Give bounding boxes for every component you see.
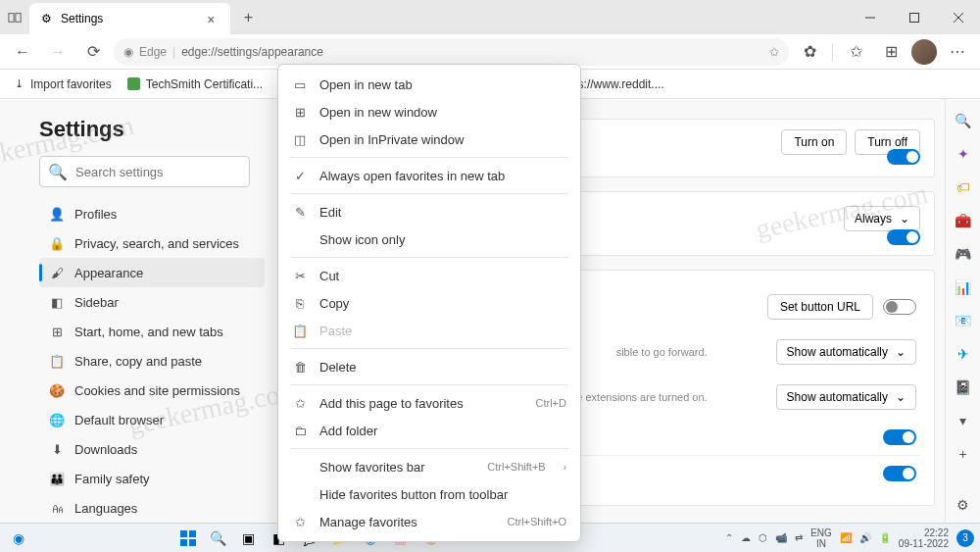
- folder-plus-icon: 🗀: [292, 423, 308, 438]
- nav-icon: 🖌: [49, 265, 65, 280]
- inprivate-icon: ◫: [292, 131, 308, 147]
- ctx-paste: 📋Paste: [278, 317, 580, 344]
- notifications-button[interactable]: 3: [956, 529, 974, 547]
- meet-now-icon[interactable]: 📹: [775, 532, 787, 543]
- import-favorites-button[interactable]: ⤓ Import favorites: [12, 77, 112, 91]
- always-select[interactable]: Always⌄: [844, 206, 920, 231]
- minimize-button[interactable]: [848, 0, 892, 34]
- svg-rect-6: [180, 530, 187, 537]
- taskview-icon[interactable]: ▣: [236, 526, 262, 551]
- tray-chevron-icon[interactable]: ⌃: [725, 532, 733, 543]
- add-icon[interactable]: +: [954, 444, 973, 464]
- profile-avatar[interactable]: [911, 39, 937, 65]
- outlook-icon[interactable]: 📧: [954, 311, 973, 330]
- clock[interactable]: 22:2209-11-2022: [899, 527, 949, 549]
- extensions-icon[interactable]: ✿: [795, 37, 824, 67]
- wifi-icon[interactable]: 📶: [840, 532, 852, 543]
- nav-item-start-home-and-new-tabs[interactable]: ⊞Start, home, and new tabs: [39, 317, 265, 346]
- settings-icon[interactable]: ⚙: [954, 495, 973, 515]
- ctx-hide-favorites-button[interactable]: Hide favorites button from toolbar: [278, 480, 580, 508]
- ctx-open-new-tab[interactable]: ▭Open in new tab: [278, 71, 580, 98]
- toggle-switch[interactable]: [883, 429, 916, 445]
- menu-icon[interactable]: ⋯: [943, 37, 972, 67]
- edge-taskbar-icon[interactable]: ◉: [6, 526, 31, 551]
- bookmark-item[interactable]: TechSmith Certificati...: [127, 77, 263, 91]
- refresh-button[interactable]: ⟳: [78, 37, 108, 67]
- nav-item-default-browser[interactable]: 🌐Default browser: [39, 405, 265, 434]
- nav-item-appearance[interactable]: 🖌Appearance: [39, 258, 265, 287]
- language-indicator[interactable]: ENGIN: [810, 527, 832, 549]
- toggle-switch[interactable]: [883, 299, 916, 315]
- toggle-switch[interactable]: [883, 466, 916, 481]
- back-button[interactable]: ←: [8, 37, 37, 67]
- nav-item-downloads[interactable]: ⬇Downloads: [39, 434, 265, 464]
- office-icon[interactable]: 📊: [954, 277, 973, 297]
- ctx-copy[interactable]: ⎘Copy: [278, 289, 580, 317]
- chevron-down-icon[interactable]: ▾: [954, 411, 973, 430]
- search-input[interactable]: [75, 165, 241, 179]
- svg-rect-7: [189, 530, 196, 537]
- tools-icon[interactable]: 🧰: [954, 211, 973, 230]
- nav-label: Cookies and site permissions: [74, 383, 240, 398]
- ctx-show-favorites-bar[interactable]: Show favorites barCtrl+Shift+B›: [278, 453, 580, 480]
- ctx-show-icon-only[interactable]: Show icon only: [278, 226, 580, 253]
- ctx-open-new-window[interactable]: ⊞Open in new window: [278, 98, 580, 125]
- nav-item-family-safety[interactable]: 👪Family safety: [39, 464, 265, 493]
- show-auto-select[interactable]: Show automatically⌄: [776, 384, 916, 410]
- search-taskbar-icon[interactable]: 🔍: [206, 526, 231, 551]
- collections-icon[interactable]: ⊞: [876, 37, 906, 67]
- svg-rect-0: [9, 13, 14, 22]
- set-url-button[interactable]: Set button URL: [767, 294, 873, 320]
- games-icon[interactable]: 🎮: [954, 244, 973, 264]
- nav-item-privacy-search-and-services[interactable]: 🔒Privacy, search, and services: [39, 228, 265, 258]
- onedrive-icon[interactable]: ☁: [741, 532, 751, 543]
- show-auto-select[interactable]: Show automatically⌄: [776, 339, 916, 365]
- ctx-add-favorite[interactable]: ✩Add this page to favoritesCtrl+D: [278, 389, 580, 417]
- nav-item-sidebar[interactable]: ◧Sidebar: [39, 287, 265, 317]
- nav-item-profiles[interactable]: 👤Profiles: [39, 199, 265, 228]
- volume-icon[interactable]: 🔊: [859, 532, 871, 543]
- ctx-add-folder[interactable]: 🗀Add folder: [278, 417, 580, 444]
- nav-label: Downloads: [74, 442, 137, 457]
- title-bar: ⚙ Settings × +: [0, 0, 980, 34]
- gear-icon: ⚙: [39, 12, 53, 25]
- tray-icon[interactable]: ⬡: [759, 532, 767, 543]
- new-tab-button[interactable]: +: [234, 4, 262, 31]
- nearby-share-icon[interactable]: ⇄: [795, 532, 803, 543]
- search-settings-box[interactable]: 🔍: [39, 156, 250, 187]
- ctx-always-open-favorites[interactable]: ✓Always open favorites in new tab: [278, 162, 580, 189]
- ctx-open-inprivate[interactable]: ◫Open in InPrivate window: [278, 125, 580, 153]
- ctx-cut[interactable]: ✂Cut: [278, 262, 580, 289]
- workspaces-icon[interactable]: [8, 11, 22, 25]
- ctx-manage-favorites[interactable]: ✩Manage favoritesCtrl+Shift+O: [278, 508, 580, 535]
- onenote-icon[interactable]: 📓: [954, 377, 973, 397]
- nav-item-languages[interactable]: 🗛Languages: [39, 493, 265, 523]
- ctx-delete[interactable]: 🗑Delete: [278, 353, 580, 380]
- favorite-star-icon[interactable]: ✩: [769, 45, 779, 59]
- toggle-switch[interactable]: [887, 229, 920, 245]
- nav-label: Languages: [74, 501, 137, 516]
- turn-on-button[interactable]: Turn on: [781, 129, 847, 155]
- maximize-button[interactable]: [892, 0, 936, 34]
- nav-item-cookies-and-site-permissions[interactable]: 🍪Cookies and site permissions: [39, 376, 265, 405]
- tab-icon: ▭: [292, 76, 308, 92]
- shopping-icon[interactable]: 🏷: [954, 177, 973, 197]
- start-button[interactable]: [175, 526, 201, 551]
- ctx-edit[interactable]: ✎Edit: [278, 198, 580, 226]
- browser-tab[interactable]: ⚙ Settings ×: [29, 3, 230, 34]
- svg-rect-3: [909, 13, 918, 22]
- send-icon[interactable]: ✈: [954, 344, 973, 364]
- battery-icon[interactable]: 🔋: [879, 532, 891, 543]
- close-window-button[interactable]: [936, 0, 980, 34]
- close-icon[interactable]: ×: [207, 12, 220, 25]
- toggle-switch[interactable]: [887, 149, 920, 165]
- nav-label: Sidebar: [74, 295, 119, 310]
- nav-label: Privacy, search, and services: [74, 236, 239, 251]
- url-box[interactable]: ◉ Edge | edge://settings/appearance ✩: [114, 38, 789, 66]
- context-menu: ▭Open in new tab ⊞Open in new window ◫Op…: [277, 64, 581, 542]
- nav-item-share-copy-and-paste[interactable]: 📋Share, copy and paste: [39, 346, 265, 376]
- nav-label: Profiles: [74, 207, 117, 222]
- discover-icon[interactable]: ✦: [954, 144, 973, 164]
- favorites-icon[interactable]: ✩: [841, 37, 870, 67]
- search-icon[interactable]: 🔍: [954, 111, 973, 130]
